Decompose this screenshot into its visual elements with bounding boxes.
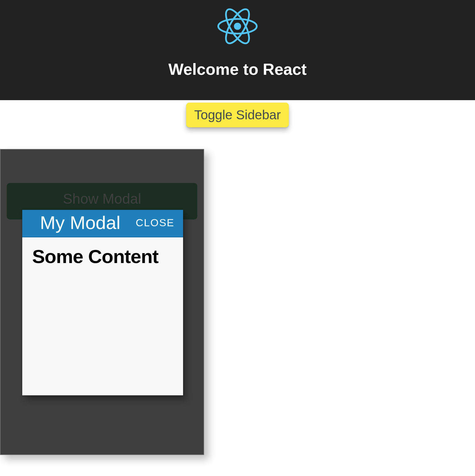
app-header: Welcome to React <box>0 0 475 100</box>
toggle-row: Toggle Sidebar <box>0 103 475 127</box>
modal-content-heading: Some Content <box>32 245 173 267</box>
modal-title: My Modal <box>28 213 133 232</box>
modal-header: My Modal CLOSE <box>22 210 183 237</box>
react-logo-icon <box>217 6 258 46</box>
page-title: Welcome to React <box>0 60 475 79</box>
modal-body: Some Content <box>22 237 183 275</box>
toggle-sidebar-button[interactable]: Toggle Sidebar <box>186 103 289 127</box>
modal-dialog: My Modal CLOSE Some Content <box>22 210 183 395</box>
modal-close-button[interactable]: CLOSE <box>133 217 174 229</box>
sidebar-panel: Show Modal My Modal CLOSE Some Content <box>0 149 204 455</box>
svg-point-0 <box>234 23 241 30</box>
